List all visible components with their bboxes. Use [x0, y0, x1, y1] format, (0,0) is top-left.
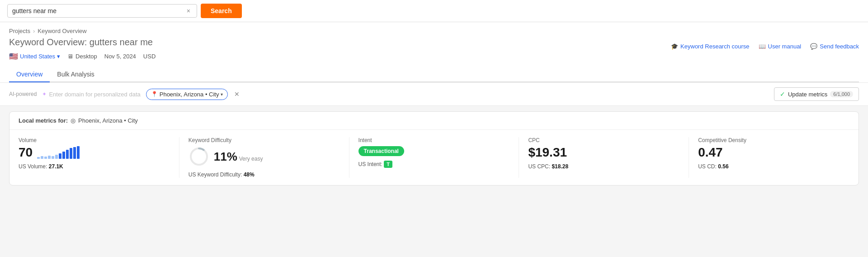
cd-value: 0.47: [698, 146, 723, 159]
page-title-row: Keyword Overview: gutters near me: [9, 37, 156, 48]
clear-button[interactable]: ×: [185, 7, 192, 14]
kd-sub: US Keyword Difficulty: 48%: [189, 171, 340, 178]
bar-7: [59, 153, 61, 159]
course-icon: 🎓: [671, 43, 678, 50]
search-input[interactable]: [12, 7, 185, 14]
bar-1: [37, 157, 40, 159]
location-text: Phoenix, Arizona • City: [160, 91, 219, 98]
bar-9: [66, 150, 69, 159]
sparkle-icon: ✦: [42, 91, 47, 97]
header-left: Projects › Keyword Overview Keyword Over…: [9, 28, 156, 65]
volume-value: 70: [19, 146, 33, 159]
search-button[interactable]: Search: [201, 4, 242, 18]
local-metrics-location: Phoenix, Arizona • City: [78, 117, 138, 124]
breadcrumb-parent[interactable]: Projects: [9, 28, 30, 34]
metric-intent: Intent Transactional US Intent: T: [349, 137, 519, 178]
page-title-prefix: Keyword Overview:: [9, 37, 87, 47]
tab-bulk-analysis[interactable]: Bulk Analysis: [50, 67, 101, 82]
desktop-icon: 🖥: [67, 53, 73, 60]
kd-text-group: 11% Very easy: [214, 151, 263, 162]
metric-cd: Competitive Density 0.47 US CD: 0.56: [689, 137, 849, 178]
tab-overview[interactable]: Overview: [9, 67, 50, 82]
bar-10: [70, 148, 72, 159]
intent-sub: US Intent: T: [359, 161, 510, 168]
metrics-section: Local metrics for: ◎ Phoenix, Arizona • …: [9, 111, 859, 186]
local-metrics-header: Local metrics for: ◎ Phoenix, Arizona • …: [9, 112, 859, 130]
metric-volume: Volume 70: [19, 137, 179, 178]
country-chevron: ▾: [57, 53, 60, 60]
chevron-down-icon: ▾: [221, 92, 223, 97]
page-title: Keyword Overview: gutters near me: [9, 37, 156, 48]
cd-value-row: 0.47: [698, 146, 849, 159]
cpc-value: $19.31: [528, 146, 567, 159]
cd-label: Competitive Density: [698, 137, 849, 143]
device-meta: 🖥 Desktop: [67, 53, 97, 60]
kd-value-row: 11% Very easy: [189, 146, 340, 167]
ai-bar: AI-powered ✦ Enter domain for personaliz…: [0, 83, 868, 106]
location-close-button[interactable]: ✕: [233, 90, 241, 98]
breadcrumb-current: Keyword Overview: [38, 28, 86, 34]
intent-label: Intent: [359, 137, 510, 143]
course-label: Keyword Research course: [680, 43, 749, 50]
bar-12: [77, 146, 80, 159]
volume-sub: US Volume: 27.1K: [19, 163, 170, 170]
cpc-sub-value: $18.28: [552, 163, 568, 170]
tabs: Overview Bulk Analysis: [9, 67, 859, 82]
update-metrics-count: 6/1,000: [830, 91, 853, 97]
country-name: United States: [20, 53, 55, 60]
cpc-value-row: $19.31: [528, 146, 679, 159]
cpc-sub: US CPC: $18.28: [528, 163, 679, 170]
location-icon: 📍: [151, 91, 158, 97]
volume-label: Volume: [19, 137, 170, 143]
metrics-grid: Volume 70: [9, 130, 859, 185]
update-metrics-button[interactable]: ✓ Update metrics 6/1,000: [774, 87, 859, 101]
volume-bars: [37, 146, 80, 159]
breadcrumb-sep: ›: [33, 28, 35, 34]
bar-2: [41, 156, 43, 159]
cd-sub: US CD: 0.56: [698, 163, 849, 170]
page-title-keyword: gutters near me: [90, 37, 153, 47]
kd-label: Keyword Difficulty: [189, 137, 340, 143]
currency-meta: USD: [143, 53, 156, 60]
search-bar: × Search: [0, 0, 868, 22]
search-input-wrap: ×: [7, 4, 197, 18]
local-metrics-bold: Local metrics for:: [19, 117, 68, 124]
header-row: Projects › Keyword Overview Keyword Over…: [9, 28, 859, 65]
country-selector[interactable]: 🇺🇸 United States ▾: [9, 52, 60, 61]
volume-sub-label: US Volume:: [19, 163, 47, 170]
transactional-badge: Transactional: [359, 146, 404, 156]
kd-ring-svg: [189, 146, 209, 167]
bar-5: [52, 156, 54, 159]
intent-sub-label: US Intent:: [359, 161, 382, 167]
send-feedback-link[interactable]: 💬 Send feedback: [810, 43, 859, 50]
volume-sub-value: 27.1K: [49, 163, 63, 170]
kd-sub-label: US Keyword Difficulty:: [189, 171, 242, 178]
user-manual-link[interactable]: 📖 User manual: [759, 43, 802, 50]
feedback-label: Send feedback: [820, 43, 859, 50]
breadcrumb: Projects › Keyword Overview: [9, 28, 156, 34]
cpc-sub-label: US CPC:: [528, 163, 550, 170]
header-links: 🎓 Keyword Research course 📖 User manual …: [671, 43, 859, 50]
meta-row: 🇺🇸 United States ▾ 🖥 Desktop Nov 5, 2024…: [9, 48, 156, 65]
domain-input-wrap[interactable]: ✦ Enter domain for personalized data: [42, 91, 140, 98]
feedback-icon: 💬: [810, 43, 817, 50]
ai-bar-left: AI-powered ✦ Enter domain for personaliz…: [9, 89, 241, 100]
bar-4: [48, 156, 51, 159]
kd-easy-label: Very easy: [239, 156, 263, 162]
location-pill[interactable]: 📍 Phoenix, Arizona • City ▾: [146, 89, 228, 100]
kd-circle-wrap: [189, 146, 209, 167]
flag-icon: 🇺🇸: [9, 52, 18, 61]
bar-8: [62, 152, 65, 159]
keyword-course-link[interactable]: 🎓 Keyword Research course: [671, 43, 749, 50]
bar-3: [44, 157, 47, 159]
main-content: AI-powered ✦ Enter domain for personaliz…: [0, 83, 868, 186]
manual-icon: 📖: [759, 43, 766, 50]
volume-value-row: 70: [19, 146, 170, 159]
svg-point-0: [191, 148, 207, 165]
cpc-label: CPC: [528, 137, 679, 143]
location-pin-icon: ◎: [71, 117, 75, 124]
update-metrics-label: Update metrics: [788, 91, 827, 98]
intent-t-badge: T: [384, 161, 392, 168]
bar-6: [55, 155, 58, 159]
metric-kd: Keyword Difficulty 11% Very easy US Key: [179, 137, 349, 178]
